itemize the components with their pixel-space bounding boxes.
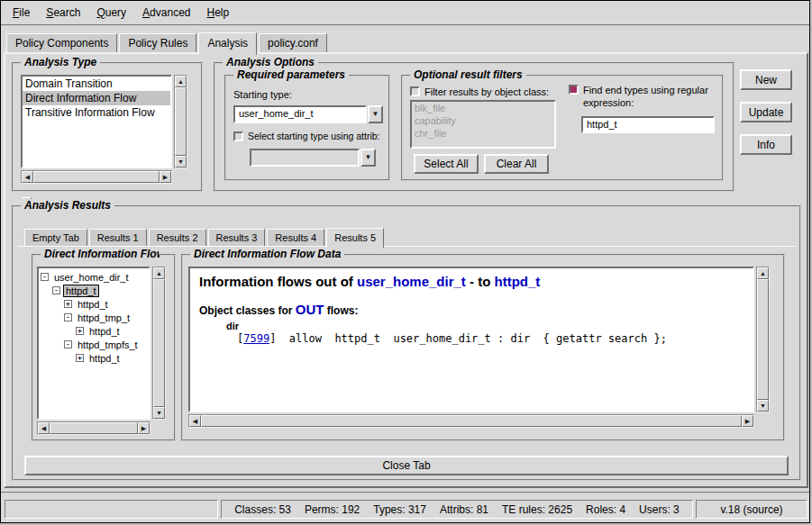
- tree-item-label[interactable]: httpd_t: [87, 353, 122, 364]
- object-class-listbox: blk_file capability chr_file: [410, 100, 556, 149]
- flow-object-class: dir: [226, 321, 744, 331]
- close-tab-button[interactable]: Close Tab: [24, 456, 789, 475]
- dropdown-arrow-icon: ▼: [372, 111, 379, 118]
- info-button[interactable]: Info: [740, 134, 792, 155]
- tree-item-label[interactable]: user_home_dir_t: [52, 272, 131, 283]
- tree-vscrollbar[interactable]: ▲ ▼: [152, 267, 166, 420]
- scroll-down-icon: ▼: [178, 158, 184, 165]
- flow-data-vscrollbar[interactable]: ▲ ▼: [756, 267, 770, 412]
- scroll-down-button[interactable]: ▼: [175, 156, 187, 167]
- attrib-checkbox[interactable]: [233, 131, 243, 141]
- scroll-left-button[interactable]: ◀: [189, 415, 201, 427]
- scroll-up-button[interactable]: ▲: [757, 267, 769, 279]
- analysis-tab-panel: Analysis Type Domain Transition Direct I…: [4, 52, 808, 488]
- main-tab[interactable]: policy.conf: [259, 33, 327, 52]
- flow-rule-line: [7599] allow httpd_t user_home_dir_t : d…: [237, 332, 744, 345]
- menu-item[interactable]: Advanced: [134, 4, 198, 22]
- analysis-type-option[interactable]: Direct Information Flow: [23, 91, 170, 105]
- flow-data-hscrollbar[interactable]: ◀ ▶: [188, 414, 754, 428]
- scrollbar-thumb[interactable]: [50, 422, 138, 434]
- tree-expander-icon[interactable]: +: [64, 300, 72, 308]
- starting-type-dropdown-button[interactable]: ▼: [368, 105, 383, 123]
- analysis-type-option[interactable]: Domain Transition: [23, 77, 170, 91]
- flow-target-type: httpd_t: [495, 274, 541, 289]
- status-stat: Attribs: 81: [440, 503, 488, 516]
- menu-item[interactable]: Help: [198, 4, 237, 22]
- object-class-checkbox[interactable]: [410, 86, 420, 96]
- scrollbar-thumb[interactable]: [757, 279, 769, 400]
- scroll-left-button[interactable]: ◀: [38, 422, 50, 434]
- tree-item-label[interactable]: httpd_t: [87, 326, 122, 337]
- tree-expander-icon[interactable]: -: [64, 340, 72, 348]
- update-button[interactable]: Update: [740, 102, 792, 122]
- tree-item[interactable]: - user_home_dir_t: [39, 270, 149, 284]
- status-stat: Roles: 4: [586, 503, 625, 516]
- status-bar: Classes: 53 Perms: 192 Types: 317 Attrib…: [1, 492, 809, 523]
- tree-item[interactable]: + httpd_t: [39, 351, 149, 365]
- tree-expander-icon[interactable]: +: [76, 327, 84, 335]
- main-tab[interactable]: Policy Components: [6, 33, 117, 52]
- rule-number-link[interactable]: 7599: [243, 332, 269, 345]
- scroll-down-button[interactable]: ▼: [153, 407, 165, 419]
- analysis-type-vscrollbar[interactable]: ▲ ▼: [174, 75, 187, 168]
- analysis-type-listbox[interactable]: Domain Transition Direct Information Flo…: [21, 75, 172, 168]
- main-tab[interactable]: Analysis: [198, 32, 257, 55]
- scroll-up-button[interactable]: ▲: [175, 76, 187, 87]
- select-all-button[interactable]: Select All: [414, 154, 479, 174]
- menu-item[interactable]: Search: [38, 4, 88, 22]
- starting-type-combobox[interactable]: user_home_dir_t ▼: [233, 105, 383, 123]
- scroll-right-icon: ▶: [163, 174, 168, 180]
- main-tab[interactable]: Policy Rules: [119, 33, 196, 52]
- tree-expander-icon[interactable]: -: [64, 313, 72, 321]
- tree-item[interactable]: + httpd_t: [39, 324, 149, 338]
- scroll-right-button[interactable]: ▶: [160, 171, 171, 183]
- tree-hscrollbar[interactable]: ◀ ▶: [37, 421, 151, 435]
- tree-item[interactable]: - httpd_t: [39, 284, 149, 297]
- flow-data-text[interactable]: Information flows out of user_home_dir_t…: [188, 267, 754, 412]
- menu-item[interactable]: File: [5, 4, 38, 22]
- results-tab[interactable]: Results 1: [89, 229, 147, 246]
- results-tab[interactable]: Results 2: [149, 229, 206, 246]
- scroll-down-button[interactable]: ▼: [757, 400, 769, 412]
- starting-type-value[interactable]: user_home_dir_t: [233, 105, 367, 123]
- regex-checkbox[interactable]: [569, 85, 579, 95]
- tree-item[interactable]: - httpd_tmp_t: [39, 311, 149, 324]
- attrib-checkbox-label: Select starting type using attrib:: [248, 131, 380, 143]
- results-tab[interactable]: Results 4: [267, 229, 324, 246]
- tree-item-label[interactable]: httpd_tmpfs_t: [76, 339, 140, 350]
- scrollbar-thumb[interactable]: [201, 415, 742, 427]
- clear-all-button[interactable]: Clear All: [484, 154, 549, 174]
- scroll-up-icon: ▲: [156, 270, 162, 276]
- scroll-left-button[interactable]: ◀: [22, 171, 33, 183]
- tree-item-label[interactable]: httpd_tmp_t: [76, 312, 132, 323]
- scroll-left-icon: ◀: [193, 418, 197, 424]
- scroll-left-icon: ◀: [41, 425, 46, 431]
- scrollbar-thumb[interactable]: [175, 87, 187, 156]
- tree-expander-icon[interactable]: -: [41, 273, 49, 281]
- new-button[interactable]: New: [740, 69, 792, 90]
- tree-item[interactable]: - httpd_tmpfs_t: [39, 338, 149, 351]
- object-class-option: capability: [412, 114, 554, 127]
- analysis-results-title: Analysis Results: [21, 199, 114, 212]
- analysis-options-frame: Analysis Options Required parameters Sta…: [214, 62, 734, 192]
- analysis-type-hscrollbar[interactable]: ◀ ▶: [21, 170, 172, 184]
- scroll-right-button[interactable]: ▶: [138, 422, 150, 434]
- apol-window: File Search Query Advanced Help Policy C…: [0, 0, 810, 523]
- flow-tree[interactable]: - user_home_dir_t - httpd_t + httpd_t: [37, 267, 151, 420]
- scroll-up-button[interactable]: ▲: [153, 267, 165, 279]
- menu-item[interactable]: Query: [88, 4, 134, 22]
- tree-expander-icon[interactable]: +: [76, 354, 84, 362]
- tree-item[interactable]: + httpd_t: [39, 297, 149, 311]
- scroll-right-button[interactable]: ▶: [742, 415, 753, 427]
- tree-expander-icon[interactable]: -: [52, 286, 60, 294]
- tree-item-label[interactable]: httpd_t: [76, 299, 110, 310]
- tree-item-label[interactable]: httpd_t: [64, 285, 98, 296]
- regex-input[interactable]: httpd_t: [581, 116, 715, 133]
- results-tab[interactable]: Results 3: [208, 229, 266, 246]
- scrollbar-thumb[interactable]: [153, 279, 165, 407]
- results-tab[interactable]: Results 5: [326, 228, 384, 248]
- results-tab[interactable]: Empty Tab: [24, 229, 87, 246]
- analysis-type-option[interactable]: Transitive Information Flow: [23, 105, 170, 120]
- scrollbar-thumb[interactable]: [33, 171, 160, 183]
- attrib-dropdown-button: ▼: [360, 149, 376, 167]
